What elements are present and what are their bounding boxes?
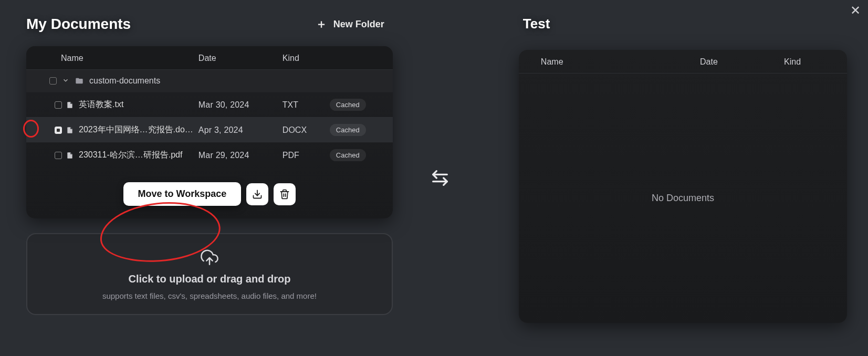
file-date: Mar 29, 2024: [198, 151, 283, 160]
col-header-name[interactable]: Name: [61, 54, 198, 63]
table-row[interactable]: 英语教案.txt Mar 30, 2024 TXT Cached: [26, 92, 393, 117]
documents-table: Name Date Kind custom-documents: [26, 46, 393, 218]
upload-dropzone[interactable]: Click to upload or drag and drop support…: [26, 233, 393, 315]
cloud-upload-icon: [198, 249, 221, 267]
file-kind: TXT: [283, 100, 330, 110]
file-icon: [66, 151, 74, 160]
status-badge: Cached: [330, 99, 366, 111]
file-name: 2023年中国网络…究报告.do…: [79, 124, 198, 135]
file-kind: DOCX: [283, 125, 330, 135]
file-name: 英语教案.txt: [79, 99, 198, 110]
status-badge: Cached: [330, 124, 366, 136]
col-header-kind[interactable]: Kind: [784, 57, 836, 67]
move-to-workspace-button[interactable]: Move to Workspace: [123, 182, 242, 206]
page-title-right: Test: [523, 16, 847, 32]
upload-subtitle: supports text files, csv's, spreadsheets…: [102, 291, 317, 300]
download-icon: [252, 189, 263, 200]
table-row[interactable]: 2023年中国网络…究报告.do… Apr 3, 2024 DOCX Cache…: [26, 117, 393, 142]
delete-button[interactable]: [274, 183, 296, 205]
folder-row[interactable]: custom-documents: [26, 70, 393, 92]
folder-checkbox[interactable]: [49, 77, 57, 85]
file-date: Apr 3, 2024: [198, 125, 283, 135]
file-icon: [66, 125, 74, 135]
trash-icon: [279, 189, 290, 200]
folder-icon: [75, 77, 84, 85]
file-checkbox[interactable]: [55, 152, 62, 159]
empty-state: No Documents: [519, 74, 847, 323]
new-folder-button[interactable]: ＋ New Folder: [316, 19, 384, 30]
new-folder-label: New Folder: [333, 19, 384, 30]
file-checkbox[interactable]: [55, 127, 62, 134]
file-checkbox[interactable]: [55, 101, 62, 109]
close-icon[interactable]: ✕: [850, 4, 861, 17]
status-badge: Cached: [330, 149, 366, 161]
download-button[interactable]: [246, 183, 268, 205]
col-header-kind[interactable]: Kind: [283, 54, 330, 63]
chevron-down-icon[interactable]: [62, 77, 69, 84]
workspace-table: Name Date Kind No Documents: [519, 50, 847, 323]
upload-title: Click to upload or drag and drop: [128, 273, 290, 285]
col-header-date[interactable]: Date: [198, 54, 283, 63]
file-icon: [66, 100, 74, 110]
col-header-name[interactable]: Name: [541, 57, 700, 67]
file-name: 230311-哈尔滨…研报告.pdf: [79, 150, 198, 161]
folder-name: custom-documents: [89, 76, 160, 86]
table-row[interactable]: 230311-哈尔滨…研报告.pdf Mar 29, 2024 PDF Cach…: [26, 142, 393, 167]
page-title-left: My Documents: [26, 16, 131, 33]
swap-arrows-icon[interactable]: [430, 166, 451, 190]
action-bar: Move to Workspace: [26, 167, 393, 218]
col-header-date[interactable]: Date: [700, 57, 784, 67]
file-date: Mar 30, 2024: [198, 100, 283, 110]
file-kind: PDF: [283, 151, 330, 160]
